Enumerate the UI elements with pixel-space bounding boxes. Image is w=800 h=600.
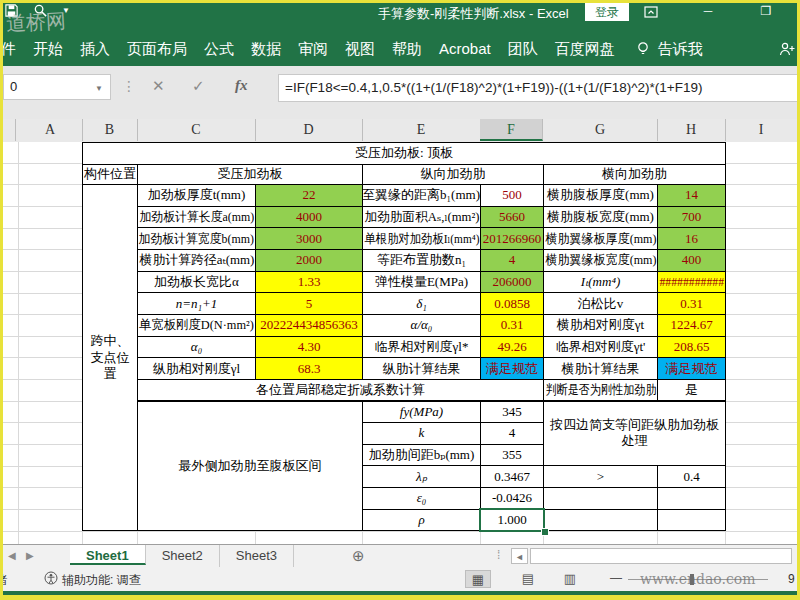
cell-G5[interactable]: 横肋翼缘板厚度(mm) (543, 227, 658, 250)
cell-G18[interactable] (543, 509, 658, 532)
cell-C3[interactable]: 加劲板厚度t(mm) (137, 184, 256, 207)
ribbon-tab-团队[interactable]: 团队 (508, 40, 538, 59)
cell-H6[interactable]: 400 (657, 249, 726, 272)
cell-E9[interactable]: α/α₀ (362, 314, 481, 337)
cell-E11[interactable]: 纵肋计算结果 (362, 357, 481, 380)
cell-E6[interactable]: 等距布置肋数n₁ (362, 249, 481, 272)
share-person-icon[interactable] (778, 42, 796, 57)
formula-input[interactable]: =IF(F18<=0.4,1,0.5*((1+(1/(F18)^2)*(1+F1… (278, 74, 800, 102)
cell-B1[interactable]: 受压加劲板: 顶板 (82, 142, 726, 165)
name-box-dropdown-icon[interactable]: ▼ (95, 84, 103, 93)
cell-G10[interactable]: 临界相对刚度γt' (543, 336, 658, 359)
cell-D8[interactable]: 5 (255, 292, 363, 315)
cell-F15[interactable]: 355 (480, 444, 544, 467)
tab-splitter-grip[interactable]: ⁞ (497, 548, 500, 562)
cell-C6[interactable]: 横肋计算跨径aₜ(mm) (137, 249, 256, 272)
hscroll-left-icon[interactable]: ◄ (511, 548, 528, 564)
cell-G3[interactable]: 横肋腹板厚度(mm) (543, 184, 658, 207)
cell-F8[interactable]: 0.0858 (480, 292, 544, 315)
cell-F9[interactable]: 0.31 (480, 314, 544, 337)
cell-G7[interactable]: Iₜ(mm⁴) (543, 271, 658, 294)
cell-G2[interactable]: 横向加劲肋 (543, 164, 726, 186)
sheet-tab-sheet1[interactable]: Sheet1 (70, 545, 146, 565)
cell-F4[interactable]: 5660 (480, 206, 544, 229)
cell-E10[interactable]: 临界相对刚度γl* (362, 336, 481, 359)
cell-H18[interactable] (657, 509, 726, 532)
fill-handle[interactable] (541, 528, 549, 536)
column-header-D[interactable]: D (255, 119, 363, 141)
login-button[interactable]: 登录 (585, 3, 629, 21)
tellme-tab[interactable]: 告诉我 (658, 40, 703, 59)
cell-G11[interactable]: 横肋计算结果 (543, 357, 658, 380)
view-normal-icon[interactable]: ▦ (465, 570, 491, 588)
cell-D11[interactable]: 68.3 (255, 357, 363, 380)
maximize-button[interactable]: ❐ (756, 4, 776, 18)
ribbon-tab-Acrobat[interactable]: Acrobat (439, 40, 491, 59)
cell-D5[interactable]: 3000 (255, 227, 363, 250)
ribbon-tab-页面布局[interactable]: 页面布局 (127, 40, 187, 59)
cell-G13[interactable]: 按四边简支等间距纵肋加劲板处理 (543, 401, 726, 467)
cell-E18[interactable]: ρ (362, 509, 481, 532)
zoom-level[interactable]: 9 (788, 572, 795, 586)
qat-dropdown-icon[interactable]: ▼ (62, 6, 70, 15)
cell-H5[interactable]: 16 (657, 227, 726, 250)
column-header-B[interactable]: B (82, 119, 138, 141)
cell-E7[interactable]: 弹性模量E(MPa) (362, 271, 481, 294)
column-header-H[interactable]: H (657, 119, 726, 141)
column-header-F[interactable]: F (480, 119, 543, 141)
cell-B2[interactable]: 构件位置 (82, 164, 138, 186)
cell-C5[interactable]: 加劲板计算宽度b(mm) (137, 227, 256, 250)
cell-E13[interactable]: fy(MPa) (362, 401, 481, 424)
cell-F7[interactable]: 206000 (480, 271, 544, 294)
sheet-tab-sheet2[interactable]: Sheet2 (146, 545, 220, 568)
cell-G12[interactable]: 判断是否为刚性加劲肋 (543, 379, 658, 402)
cell-C4[interactable]: 加劲板计算长度a(mm) (137, 206, 256, 229)
cell-F14[interactable]: 4 (480, 422, 544, 445)
cell-F13[interactable]: 345 (480, 401, 544, 424)
cell-F10[interactable]: 49.26 (480, 336, 544, 359)
sheet-tab-sheet3[interactable]: Sheet3 (220, 545, 294, 568)
cell-F17[interactable]: -0.0426 (480, 487, 544, 510)
cell-E17[interactable]: ε₀ (362, 487, 481, 510)
cell-D3[interactable]: 22 (255, 184, 363, 207)
cell-F3[interactable]: 500 (480, 184, 544, 207)
cell-E14[interactable]: k (362, 422, 481, 445)
cell-E8[interactable]: δ₁ (362, 292, 481, 315)
cell-D10[interactable]: 4.30 (255, 336, 363, 359)
add-sheet-icon[interactable]: ⊕ (352, 547, 365, 565)
cell-E2[interactable]: 纵向加劲肋 (362, 164, 544, 186)
ribbon-tab-插入[interactable]: 插入 (80, 40, 110, 59)
cell-E16[interactable]: λₚ (362, 465, 481, 488)
cell-F16[interactable]: 0.3467 (480, 465, 544, 488)
cell-G6[interactable]: 横肋翼缘板宽度(mm) (543, 249, 658, 272)
cell-H7[interactable]: ########### (657, 271, 726, 294)
cell-C2[interactable]: 受压加劲板 (137, 164, 363, 186)
cell-H9[interactable]: 1224.67 (657, 314, 726, 337)
cell-E15[interactable]: 加劲肋间距bₚ(mm) (362, 444, 481, 467)
cell-D6[interactable]: 2000 (255, 249, 363, 272)
cell-D9[interactable]: 202224434856363 (255, 314, 363, 337)
view-page-break-icon[interactable]: ▥ (557, 570, 583, 588)
cell-E3[interactable]: 加劲肋至翼缘的距离b₁(mm) (362, 184, 481, 207)
cell-G8[interactable]: 泊松比v (543, 292, 658, 315)
cancel-icon[interactable]: ✕ (152, 77, 165, 95)
column-header-G[interactable]: G (543, 119, 658, 141)
column-header-I[interactable]: I (725, 119, 798, 141)
minimize-button[interactable]: ─ (698, 4, 718, 18)
hscroll-track[interactable] (530, 548, 792, 564)
ribbon-tab-开始[interactable]: 开始 (33, 40, 63, 59)
zoom-out-icon[interactable]: — (610, 571, 622, 585)
cell-H4[interactable]: 700 (657, 206, 726, 229)
cell-H17[interactable] (657, 487, 726, 510)
enter-icon[interactable]: ✓ (192, 77, 205, 95)
ribbon-tab-数据[interactable]: 数据 (251, 40, 281, 59)
cell-F11[interactable]: 满足规范 (480, 357, 544, 380)
cell-H3[interactable]: 14 (657, 184, 726, 207)
cell-C10[interactable]: α₀ (137, 336, 256, 359)
ribbon-tab-审阅[interactable]: 审阅 (298, 40, 328, 59)
cell-H10[interactable]: 208.65 (657, 336, 726, 359)
cell-G16[interactable]: > (543, 465, 658, 488)
ribbon-tab-公式[interactable]: 公式 (204, 40, 234, 59)
cell-F5[interactable]: 201266960 (480, 227, 544, 250)
insert-function-icon[interactable]: fx (235, 77, 248, 94)
